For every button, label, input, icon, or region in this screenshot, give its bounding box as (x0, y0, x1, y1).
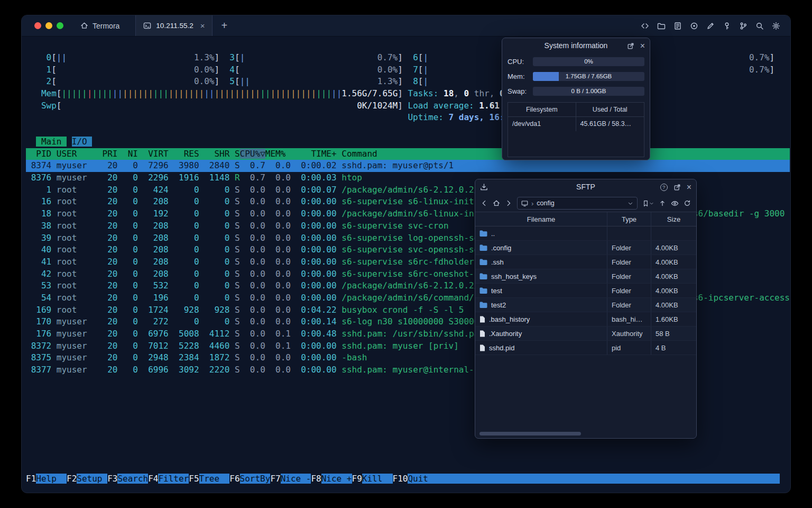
col-header-2[interactable]: PRI (97, 149, 118, 159)
file-row[interactable]: .configFolder4.00KB (475, 241, 696, 255)
col-header-9[interactable]: MEM% (265, 149, 291, 159)
fkey-f4[interactable]: F4 (148, 474, 158, 484)
folder-icon (479, 259, 487, 265)
fkey-f5[interactable]: F5 (189, 474, 199, 484)
col-header-type[interactable]: Type (607, 212, 651, 226)
record-icon[interactable] (689, 21, 699, 31)
sysinfo-meter-label: Mem: (508, 72, 533, 80)
file-icon (479, 330, 485, 337)
scrollbar-thumb[interactable] (479, 432, 581, 436)
log-icon[interactable] (673, 21, 682, 31)
fkey-f3[interactable]: F3 (107, 474, 117, 484)
zoom-window-button[interactable] (57, 22, 63, 29)
col-header-3[interactable]: NI (117, 149, 138, 159)
show-hidden-files-button[interactable] (671, 199, 679, 207)
fkey-f7[interactable]: F7 (270, 474, 280, 484)
folder-icon (479, 302, 487, 308)
help-icon[interactable]: ? (660, 184, 668, 191)
file-row[interactable]: .. (475, 226, 696, 241)
settings-icon[interactable] (771, 21, 781, 31)
col-header-10[interactable]: TIME+ (291, 149, 337, 159)
fkey-label-f4[interactable]: Filter (158, 474, 189, 484)
fs-cell: /dev/vda1 (508, 117, 576, 131)
path-bar[interactable]: › config (517, 197, 638, 210)
fkey-f8[interactable]: F8 (311, 474, 321, 484)
file-row[interactable]: .XauthorityXauthority58 B (475, 326, 696, 341)
col-header-1[interactable]: USER (51, 149, 97, 159)
process-row[interactable]: 8374 myuser 20 0 7296 3980 2840 S 0.7 0.… (26, 160, 790, 172)
col-header-8[interactable]: CPU%▽ (240, 149, 265, 159)
download-icon[interactable] (480, 183, 488, 191)
close-tab-icon[interactable]: × (200, 22, 205, 30)
fs-cell: 45.61GB / 58.3… (576, 117, 644, 131)
edit-icon[interactable] (706, 21, 715, 31)
col-header-4[interactable]: VIRT (138, 149, 169, 159)
folder-icon[interactable] (657, 21, 666, 31)
code-icon[interactable] (640, 21, 650, 31)
sysinfo-header[interactable]: System information × (502, 38, 650, 53)
fkey-label-f3[interactable]: Search (117, 474, 148, 484)
key-icon[interactable] (722, 21, 732, 31)
fkey-label-f2[interactable]: Setup (77, 474, 107, 484)
file-name: test (491, 287, 502, 295)
back-button[interactable] (481, 199, 488, 207)
file-row[interactable]: testFolder4.00KB (475, 284, 696, 298)
sftp-toolbar: › config (475, 195, 696, 212)
sysinfo-meter-value: 0% (533, 57, 644, 66)
htop-tab-io[interactable]: I/O (72, 137, 93, 147)
file-size: 4.00KB (651, 241, 696, 255)
branch-icon[interactable] (739, 21, 748, 31)
col-header-6[interactable]: SHR (199, 149, 230, 159)
sysinfo-meter-row: CPU:0% (502, 57, 650, 66)
col-header-filename[interactable]: Filename (475, 212, 607, 226)
close-panel-icon[interactable]: × (640, 42, 645, 50)
fkey-label-f1[interactable]: Help (36, 474, 67, 484)
path-segment[interactable]: config (537, 199, 624, 207)
fkey-label-f5[interactable]: Tree (199, 474, 230, 484)
fkey-label-f9[interactable]: Kill (362, 474, 393, 484)
file-type (607, 226, 651, 240)
fkey-label-f10[interactable]: Quit (408, 474, 438, 484)
col-header-size[interactable]: Size (651, 212, 696, 226)
fkey-f1[interactable]: F1 (26, 474, 36, 484)
forward-button[interactable] (505, 199, 512, 207)
col-header-0[interactable]: PID (26, 149, 51, 159)
fkey-f10[interactable]: F10 (393, 474, 408, 484)
file-name: sshd.pid (489, 344, 514, 352)
fkey-label-f8[interactable]: Nice + (321, 474, 352, 484)
file-row[interactable]: sshd.pidpid4 B (475, 341, 696, 355)
file-name: ssh_host_keys (491, 273, 537, 280)
col-header-7[interactable]: S (229, 149, 239, 159)
home-tab[interactable]: Termora (73, 15, 135, 36)
file-name: .Xauthority (489, 330, 522, 338)
memory-meter: Mem[||||||||||||||||||||||||||||||||||||… (26, 88, 774, 100)
htop-tab-main[interactable]: Main (36, 137, 67, 147)
file-row[interactable]: .sshFolder4.00KB (475, 255, 696, 269)
file-row[interactable]: ssh_host_keysFolder4.00KB (475, 269, 696, 284)
sftp-header[interactable]: SFTP ? × (475, 179, 696, 195)
fkey-f2[interactable]: F2 (67, 474, 77, 484)
horizontal-scrollbar[interactable] (477, 432, 694, 436)
search-icon[interactable] (755, 21, 764, 31)
app-window: Termora 10.211.55.2 × + 0[|| 1.3%] 3[| (21, 15, 791, 493)
fkey-label-f7[interactable]: Nice - (281, 474, 311, 484)
new-tab-button[interactable]: + (213, 15, 236, 36)
fkey-f9[interactable]: F9 (352, 474, 362, 484)
file-row[interactable]: test2Folder4.00KB (475, 298, 696, 312)
file-row[interactable]: .bash_historybash_hi…1.60KB (475, 312, 696, 326)
fkey-label-f6[interactable]: SortBy (240, 474, 271, 484)
col-header-5[interactable]: RES (169, 149, 199, 159)
terminal-tab[interactable]: 10.211.55.2 × (135, 15, 213, 36)
close-panel-icon[interactable]: × (687, 183, 691, 192)
fs-row[interactable]: /dev/vda145.61GB / 58.3… (508, 117, 644, 131)
chevron-down-icon[interactable] (628, 201, 633, 206)
home-button[interactable] (493, 199, 500, 207)
popout-icon[interactable] (627, 42, 634, 50)
close-window-button[interactable] (34, 22, 41, 29)
parent-directory-button[interactable] (659, 199, 666, 207)
fkey-f6[interactable]: F6 (229, 474, 239, 484)
minimize-window-button[interactable] (45, 22, 52, 29)
popout-icon[interactable] (673, 184, 681, 191)
refresh-button[interactable] (684, 199, 691, 207)
bookmark-button[interactable] (642, 200, 654, 207)
